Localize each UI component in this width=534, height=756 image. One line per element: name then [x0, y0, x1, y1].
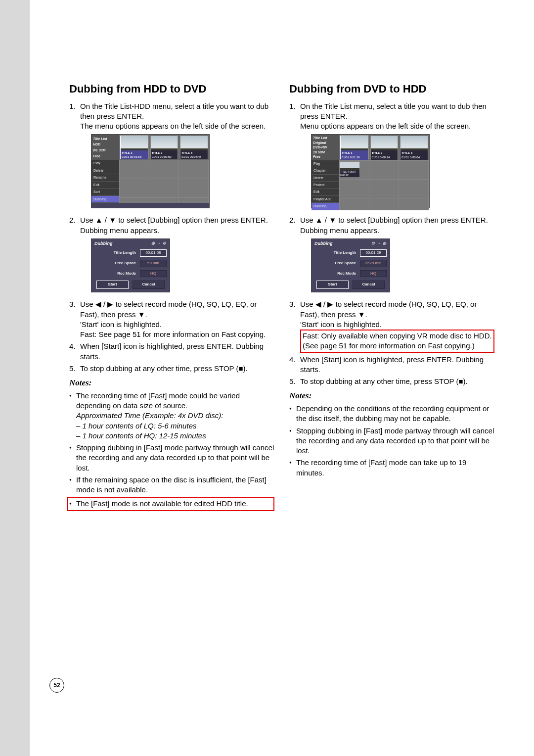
column-left: Dubbing from HDD to DVD 1. On the Title …	[69, 82, 274, 697]
crop-mark-bottom-left	[22, 721, 33, 732]
step-number: 5.	[69, 364, 80, 374]
step-number: 1.	[289, 101, 300, 214]
figure-dubbing-left: Dubbing ◎ → ⊙ Title Length00:01:58 Free …	[91, 238, 274, 292]
fig-cancel-button: Cancel	[133, 281, 165, 289]
fig-menu: Play Chapter Delete Protect Edit Playlis…	[312, 160, 339, 210]
note-text: Stopping dubbing in [Fast] mode partway …	[296, 426, 494, 456]
note-italic: Approximated Time (Example: 4x DVD disc)…	[76, 411, 223, 420]
step-text: To stop dubbing at any other time, press…	[300, 377, 468, 385]
callout-highlight: The [Fast] mode is not available for edi…	[67, 497, 274, 511]
note-text: If the remaining space on the disc is in…	[76, 475, 274, 495]
fig-side-text: Free	[313, 154, 338, 159]
notes-list-right: Depending on the conditions of the recor…	[289, 404, 494, 478]
figure-title-list-left: Title List HDD 0/1 30M Free TITLE 101/01…	[91, 134, 274, 208]
step-text: The menu options appears on the left sid…	[80, 122, 266, 130]
step-text: When [Start] icon is highlighted, press …	[80, 342, 264, 360]
fig-header: Title List	[93, 137, 118, 141]
step-number: 5.	[289, 377, 300, 386]
steps-right: 1. On the Title List menu, select a titl…	[289, 101, 494, 387]
note-text: Depending on the conditions of the recor…	[296, 404, 494, 424]
fig-dub-direction-icon: ⊙ → ◎	[371, 241, 387, 246]
callout-highlight: Fast: Only available when copying VR mod…	[300, 330, 494, 353]
note-text: The recording time of [Fast] mode could …	[76, 391, 240, 410]
fig-side-text: DVD-RW	[313, 145, 338, 149]
page-content: Dubbing from HDD to DVD 1. On the Title …	[69, 82, 494, 697]
figure-dubbing-right: Dubbing ⊙ → ◎ Title Length00:01:29 Free …	[311, 238, 494, 292]
fig-start-button: Start	[316, 281, 349, 289]
notes-heading: Notes:	[69, 378, 274, 389]
fig-thumbnail: TITLE 4 06/07 0:00:22	[339, 161, 360, 174]
figure-title-list-right: Title List Original DVD-RW 1h 59M Free	[311, 134, 494, 208]
step-number: 4.	[289, 355, 300, 375]
fig-thumbnail: TITLE 101/01 0:01:29	[340, 136, 368, 159]
fig-dub-title: Dubbing	[314, 240, 333, 246]
fig-side-text: 0/1 30M	[93, 148, 118, 152]
step-text: Use ◀ / ▶ to select record mode (HQ, SQ,…	[300, 300, 477, 318]
fig-header: Title List	[313, 136, 338, 140]
step-text: 'Start' icon is highlighted.	[300, 320, 382, 329]
step-text: Menu options appears on the left side of…	[300, 122, 471, 130]
fig-cancel-button: Cancel	[353, 281, 385, 289]
fig-thumbnail: TITLE 201/01 00:00:50	[150, 136, 178, 159]
step-number: 4.	[69, 341, 80, 362]
step-text: When [Start] icon is highlighted, press …	[300, 355, 484, 374]
fig-start-button: Start	[96, 281, 129, 289]
fig-dub-title: Dubbing	[94, 240, 113, 246]
page-number: 52	[49, 678, 64, 693]
fig-side-text: Original	[313, 141, 338, 145]
page-margin-bar	[0, 0, 30, 756]
note-text: The recording time of [Fast] mode can ta…	[296, 458, 494, 478]
fig-dub-direction-icon: ◎ → ⊙	[151, 241, 167, 246]
step-text: Use ▲ / ▼ to select [Dubbing] option the…	[300, 216, 488, 224]
fig-side-text: HDD	[93, 142, 118, 146]
step-text: Fast: See page 51 for more information o…	[80, 330, 266, 338]
step-text: Dubbing menu appears.	[80, 226, 159, 235]
note-italic: – 1 hour contents of HQ: 12-15 minutes	[76, 431, 206, 440]
step-text: To stop dubbing at any other time, press…	[80, 364, 248, 373]
note-text: Stopping dubbing in [Fast] mode partway …	[76, 443, 274, 473]
note-italic: – 1 hour contents of LQ: 5-6 minutes	[76, 422, 196, 430]
fig-side-text: Free	[93, 154, 118, 158]
step-text: Use ▲ / ▼ to select [Dubbing] option the…	[80, 216, 268, 224]
step-text: Fast: Only available when copying VR mod…	[303, 331, 492, 350]
steps-left: 1. On the Title List-HDD menu, select a …	[69, 101, 274, 374]
fig-side-text: 1h 59M	[313, 150, 338, 154]
step-number: 2.	[289, 215, 300, 297]
heading-right: Dubbing from DVD to HDD	[289, 82, 494, 96]
step-text: Use ◀ / ▶ to select record mode (HQ, SQ,…	[80, 300, 257, 318]
step-number: 3.	[69, 299, 80, 339]
step-number: 2.	[69, 215, 80, 297]
note-text: The [Fast] mode is not available for edi…	[76, 499, 272, 509]
crop-mark-top-left	[22, 24, 33, 35]
notes-list-left: The recording time of [Fast] mode could …	[69, 391, 274, 511]
step-text: Dubbing menu appears.	[300, 226, 379, 235]
step-text: 'Start' icon is highlighted.	[80, 320, 162, 329]
step-number: 3.	[289, 299, 300, 352]
step-text: On the Title List menu, select a title y…	[300, 102, 487, 120]
fig-thumbnail: TITLE 301/01 00:05:48	[180, 136, 208, 159]
column-right: Dubbing from DVD to HDD 1. On the Title …	[289, 82, 494, 697]
notes-heading: Notes:	[289, 390, 494, 402]
step-text: On the Title List-HDD menu, select a tit…	[80, 102, 268, 120]
fig-thumbnail: TITLE 101/01 00:01:58	[120, 136, 148, 159]
fig-thumbnail: TITLE 301/01 0:08:04	[400, 136, 428, 159]
fig-menu: Play Delete Rename Edit Sort Dubbing	[91, 160, 119, 203]
step-number: 1.	[69, 101, 80, 214]
heading-left: Dubbing from HDD to DVD	[69, 82, 274, 96]
fig-thumbnail: TITLE 201/01 0:00:14	[370, 136, 399, 159]
